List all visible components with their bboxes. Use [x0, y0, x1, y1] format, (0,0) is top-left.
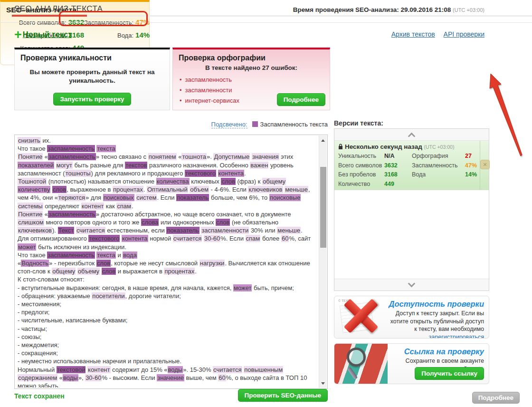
text-segment: (не обязательно — [230, 219, 278, 226]
text-segment: - вступительные выражения: сегодня, в на… — [18, 284, 233, 291]
text-segment: или однокоренных — [159, 219, 216, 226]
highlighted-term: систем — [136, 194, 157, 201]
versions-scroll-up[interactable] — [334, 129, 489, 141]
link-image — [334, 344, 388, 384]
highlighted-term: воды — [63, 374, 78, 381]
analysis-time-tz: (UTC +03:00) — [453, 7, 484, 13]
scroll-up-arrow-icon[interactable] — [319, 136, 327, 144]
text-segment: . — [195, 268, 197, 275]
highlighted-term: содержанием — [18, 374, 57, 381]
run-uniqueness-check-button[interactable]: Запустить проверку — [53, 93, 131, 106]
text-segment: - 4-6%. Если — [209, 186, 248, 193]
check-seo-data-button[interactable]: Проверить SEO-данные — [238, 389, 328, 402]
access-panel-body: Доступность проверки Доступ к тексту зак… — [388, 296, 489, 338]
highlighted-term: значение — [157, 374, 184, 381]
highlighted-term: могут — [56, 162, 73, 169]
new-text-label: Новый текст — [23, 30, 72, 39]
spelling-details-button[interactable]: Подробнее — [277, 93, 325, 106]
text-segment: », — [78, 374, 85, 381]
editor-scrollbar[interactable] — [319, 136, 327, 388]
editor-paragraph: Что такое заспамленность текста и вода — [18, 251, 315, 259]
version-entry-main: Несколько секунд назад (UTC +03:00) Уник… — [334, 141, 480, 190]
version-entry[interactable]: Несколько секунд назад (UTC +03:00) Уник… — [334, 141, 489, 190]
legend-label: Заспамленность текста — [260, 121, 328, 128]
stat-water-value: 14% — [135, 31, 150, 39]
chevron-down-icon — [408, 280, 415, 288]
text-segment: , дорогие читатели; — [125, 292, 181, 300]
highlighted-toggle-link[interactable]: Подсвечено: — [211, 121, 247, 128]
text-segment: - частицы; — [18, 325, 47, 332]
access-denied-image: © TEXT — [334, 296, 388, 338]
text-segment: быть исключен из индексации. — [36, 243, 126, 251]
uniqueness-panel-body: Вы можете проверить данный текст на уник… — [15, 63, 170, 85]
highlighted-term: 30-60 — [85, 374, 102, 381]
editor-paragraph: - сокращения; — [18, 349, 315, 357]
scrollbar-thumb[interactable] — [320, 167, 326, 248]
highlighted-term: спам — [116, 203, 132, 210]
spam-highlight-frame — [59, 11, 148, 26]
highlighted-term: системы — [18, 203, 43, 210]
highlighted-term: тошноты — [65, 170, 91, 177]
version-tz: (UTC +03:00) — [424, 144, 454, 150]
version-stat-label: Без пробелов — [338, 170, 384, 180]
highlighted-term: слишком — [18, 219, 44, 226]
highlighted-term: заспамленность — [47, 252, 95, 259]
text-segment: определяют — [43, 203, 81, 210]
highlighted-term: текста — [96, 252, 115, 259]
text-segment: больше, чем 6%, то — [209, 194, 269, 201]
archive-link[interactable]: Архив текстов — [391, 30, 435, 38]
highlighted-term: 60 — [281, 235, 289, 242]
version-stat-value: 14% — [465, 170, 477, 180]
highlighted-term: контент — [81, 203, 104, 210]
text-editor[interactable]: снизить их.Что такое заспамленность текс… — [14, 135, 328, 389]
register-link[interactable]: зарегистрироваться — [429, 334, 484, 339]
highlighted-term: показатель — [166, 227, 199, 234]
highlighted-term: заспамленность — [48, 153, 96, 160]
magnifier-icon — [347, 348, 366, 367]
link-panel: Ссылка на проверку Сохраните в своем акк… — [334, 343, 489, 384]
versions-scroll-down[interactable] — [334, 279, 489, 291]
highlighted-term: меньше — [285, 186, 308, 193]
versions-empty-area — [334, 190, 489, 279]
get-link-button[interactable]: Получить ссылку — [415, 367, 484, 380]
text-segment: (фраз) к — [236, 178, 262, 185]
stat-water: Вода:14% — [84, 29, 150, 42]
highlighted-term: процентах — [113, 186, 143, 193]
text-segment: различного назначения. Особенно — [147, 162, 250, 169]
text-segment: . — [132, 203, 133, 210]
text-segment: - числительные, написанные буквами; — [18, 317, 127, 324]
highlighted-term: снизить — [18, 137, 41, 144]
text-segment: ). — [52, 227, 58, 234]
editor-paragraph: - местоимения; — [18, 300, 315, 308]
text-segment: , выраженное в — [66, 186, 113, 193]
editor-paragraph: - междометия; — [18, 341, 315, 349]
highlighted-term: Допустимые — [213, 153, 250, 160]
highlighted-term: воды — [168, 366, 183, 373]
text-segment: - сокращения; — [18, 349, 58, 357]
spelling-panel: Проверка орфографии В тексте найдено 27 … — [172, 48, 330, 110]
seo-details-button[interactable]: Подробнее — [472, 392, 520, 404]
scroll-down-arrow-icon[interactable] — [319, 379, 327, 387]
highlighted-term: показатель — [176, 194, 209, 201]
api-link[interactable]: API проверки — [444, 30, 484, 38]
version-stat-value: 27 — [465, 152, 477, 161]
highlighted-term: текстовой — [57, 366, 86, 373]
spelling-error-item[interactable]: заспамленность — [180, 75, 330, 85]
text-segment: » тесно связано с — [96, 153, 148, 160]
legend-color-swatch — [252, 121, 258, 127]
text-segment: - неуместно использованные наречия и при… — [18, 358, 181, 365]
highlighted-term: объем — [190, 186, 209, 193]
editor-paragraph: Нормальный текстовой контент содержит до… — [18, 366, 315, 388]
text-segment — [54, 162, 56, 169]
text-saved-note: Текст сохранен — [14, 392, 65, 400]
editor-paragraph: Тошнотой (плотностью) называется отношен… — [18, 177, 315, 210]
highlighted-term: слов — [102, 268, 116, 275]
highlighted-term: процентах — [164, 268, 195, 275]
highlighted-term: количеству — [18, 186, 50, 193]
version-close-button[interactable]: ✕ — [480, 160, 490, 169]
new-text-link[interactable]: +Новый текст — [14, 28, 72, 42]
version-stat-label: Вода — [412, 170, 465, 180]
text-segment: . Если — [157, 194, 176, 201]
text-segment: - союзы; — [18, 333, 41, 340]
editor-text[interactable]: снизить их.Что такое заспамленность текс… — [18, 136, 315, 388]
